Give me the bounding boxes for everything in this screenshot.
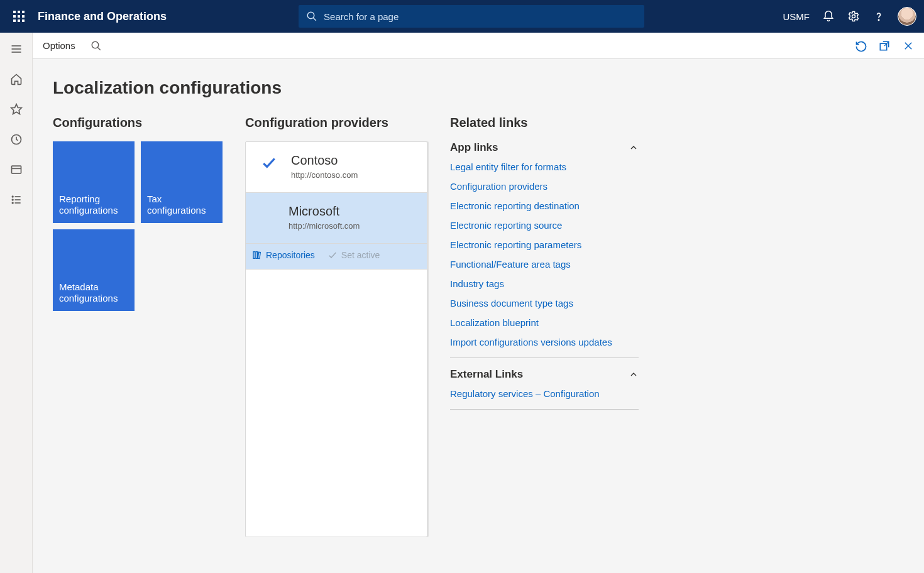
- tile-tax-configurations[interactable]: Tax configurations: [141, 141, 223, 223]
- header-utilities: USMF: [783, 7, 917, 26]
- chevron-up-icon: [629, 143, 639, 153]
- search-icon: [306, 11, 317, 22]
- notifications-button[interactable]: [822, 10, 835, 23]
- settings-button[interactable]: [847, 10, 860, 23]
- link-item[interactable]: Regulatory services – Configuration: [450, 388, 639, 399]
- modules-button[interactable]: [5, 188, 28, 211]
- external-links-heading: External Links: [450, 368, 523, 381]
- providers-panel: Contoso http://contoso.com Microsoft htt…: [245, 141, 427, 537]
- link-item[interactable]: Electronic reporting parameters: [450, 239, 639, 250]
- app-links-heading-row[interactable]: App links: [450, 141, 639, 154]
- link-item[interactable]: Electronic reporting source: [450, 220, 639, 231]
- company-selector[interactable]: USMF: [783, 11, 810, 22]
- configurations-heading: Configurations: [53, 116, 223, 130]
- favorites-button[interactable]: [5, 98, 28, 121]
- tile-reporting-configurations[interactable]: Reporting configurations: [53, 141, 135, 223]
- link-item[interactable]: Industry tags: [450, 278, 639, 289]
- link-item[interactable]: Business document type tags: [450, 298, 639, 308]
- star-icon: [10, 103, 23, 116]
- close-icon: [903, 40, 914, 52]
- tile-label: Reporting configurations: [59, 194, 128, 217]
- providers-heading: Configuration providers: [245, 116, 427, 130]
- repositories-button[interactable]: Repositories: [252, 250, 315, 260]
- provider-card[interactable]: Microsoft http://microsoft.com: [246, 193, 427, 244]
- collapse-button[interactable]: [629, 143, 639, 153]
- configurations-section: Configurations Reporting configurations …: [53, 116, 223, 311]
- clock-icon: [10, 133, 23, 146]
- repositories-label: Repositories: [266, 250, 315, 260]
- svg-line-1: [313, 18, 316, 21]
- app-links-list: Legal entity filter for formats Configur…: [450, 161, 639, 347]
- refresh-button[interactable]: [855, 40, 866, 52]
- svg-point-11: [12, 196, 13, 197]
- app-title: Finance and Operations: [38, 10, 167, 23]
- external-links-heading-row[interactable]: External Links: [450, 368, 639, 381]
- svg-line-18: [97, 47, 101, 50]
- provider-name: Contoso: [291, 153, 358, 168]
- app-links-group: App links Legal entity filter for format…: [450, 141, 639, 358]
- action-pane: Options: [33, 33, 924, 59]
- popout-icon: [879, 40, 890, 52]
- link-item[interactable]: Legal entity filter for formats: [450, 161, 639, 172]
- set-active-button[interactable]: Set active: [327, 250, 380, 260]
- app-links-heading: App links: [450, 141, 498, 154]
- question-icon: [872, 10, 885, 23]
- home-icon: [10, 73, 23, 85]
- global-header: Finance and Operations USMF: [0, 0, 924, 33]
- chevron-up-icon: [629, 369, 639, 379]
- svg-rect-9: [11, 166, 21, 173]
- collapse-button[interactable]: [629, 369, 639, 379]
- global-search[interactable]: [299, 5, 644, 28]
- svg-point-13: [12, 199, 13, 200]
- page-title: Localization configurations: [53, 78, 904, 98]
- app-launcher-button[interactable]: [8, 5, 30, 28]
- popout-button[interactable]: [879, 40, 890, 52]
- global-search-input[interactable]: [324, 11, 637, 22]
- external-links-list: Regulatory services – Configuration: [450, 388, 639, 399]
- search-icon: [91, 40, 102, 52]
- nav-expand-button[interactable]: [5, 38, 28, 60]
- svg-rect-25: [258, 252, 260, 258]
- provider-card[interactable]: Contoso http://contoso.com: [246, 142, 427, 193]
- waffle-icon: [13, 11, 25, 22]
- link-item[interactable]: Localization blueprint: [450, 317, 639, 328]
- tile-grid: Reporting configurations Tax configurati…: [53, 141, 223, 311]
- workspaces-button[interactable]: [5, 158, 28, 181]
- bell-icon: [822, 10, 835, 23]
- link-item[interactable]: Import configurations versions updates: [450, 337, 639, 347]
- svg-point-3: [878, 19, 879, 20]
- recent-button[interactable]: [5, 128, 28, 151]
- svg-point-2: [852, 15, 855, 18]
- provider-name: Microsoft: [289, 204, 360, 219]
- options-menu[interactable]: Options: [43, 40, 75, 51]
- svg-rect-24: [256, 252, 258, 259]
- help-button[interactable]: [872, 10, 885, 23]
- tile-metadata-configurations[interactable]: Metadata configurations: [53, 229, 135, 311]
- user-avatar[interactable]: [898, 7, 916, 26]
- refresh-icon: [855, 40, 867, 53]
- svg-marker-7: [11, 104, 21, 114]
- svg-point-15: [12, 202, 13, 204]
- link-item[interactable]: Electronic reporting destination: [450, 200, 639, 211]
- close-button[interactable]: [903, 40, 914, 52]
- home-button[interactable]: [5, 68, 28, 90]
- list-icon: [10, 194, 23, 206]
- provider-url: http://contoso.com: [291, 170, 358, 180]
- provider-head: Microsoft http://microsoft.com: [289, 204, 414, 231]
- link-item[interactable]: Configuration providers: [450, 181, 639, 192]
- page-content: Localization configurations Configuratio…: [33, 59, 924, 573]
- link-item[interactable]: Functional/Feature area tags: [450, 259, 639, 270]
- check-icon: [327, 250, 338, 260]
- svg-rect-23: [253, 252, 255, 259]
- provider-head: Contoso http://contoso.com: [258, 153, 414, 180]
- tile-label: Tax configurations: [147, 194, 216, 217]
- workspace-icon: [10, 163, 23, 176]
- provider-text: Contoso http://contoso.com: [291, 153, 358, 180]
- tile-label: Metadata configurations: [59, 281, 128, 305]
- provider-text: Microsoft http://microsoft.com: [289, 204, 360, 231]
- svg-point-17: [92, 41, 99, 48]
- related-links-section: Related links App links Legal entity fil…: [450, 116, 639, 420]
- page-search-button[interactable]: [91, 40, 102, 52]
- provider-url: http://microsoft.com: [289, 221, 360, 231]
- action-pane-right: [855, 40, 914, 52]
